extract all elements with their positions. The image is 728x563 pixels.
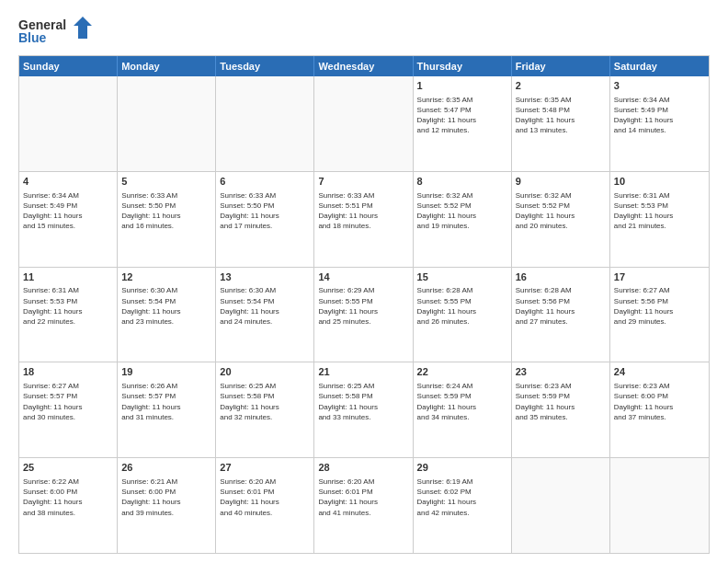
- calendar-row-3: 18Sunrise: 6:27 AM Sunset: 5:57 PM Dayli…: [19, 362, 709, 457]
- calendar-cell-4: 4Sunrise: 6:34 AM Sunset: 5:49 PM Daylig…: [19, 172, 118, 267]
- calendar-cell-9: 9Sunrise: 6:32 AM Sunset: 5:52 PM Daylig…: [512, 172, 610, 267]
- cell-info: Sunrise: 6:34 AM Sunset: 5:49 PM Dayligh…: [23, 190, 113, 232]
- header-day-monday: Monday: [118, 56, 216, 76]
- day-number: 19: [121, 365, 211, 379]
- calendar-cell-8: 8Sunrise: 6:32 AM Sunset: 5:52 PM Daylig…: [414, 172, 512, 267]
- day-number: 20: [220, 365, 310, 379]
- day-number: 3: [614, 79, 705, 93]
- day-number: 16: [516, 270, 606, 284]
- svg-marker-2: [74, 17, 92, 39]
- day-number: 21: [318, 365, 408, 379]
- cell-info: Sunrise: 6:24 AM Sunset: 5:59 PM Dayligh…: [417, 381, 507, 422]
- page: General Blue SundayMondayTuesdayWednesda…: [0, 0, 728, 563]
- day-number: 2: [516, 79, 606, 93]
- cell-info: Sunrise: 6:20 AM Sunset: 6:01 PM Dayligh…: [220, 477, 310, 518]
- day-number: 23: [516, 365, 606, 379]
- day-number: 18: [23, 365, 113, 379]
- header-day-sunday: Sunday: [19, 56, 118, 76]
- day-number: 1: [417, 79, 507, 93]
- day-number: 15: [417, 270, 507, 284]
- day-number: 6: [220, 175, 310, 189]
- calendar-cell-empty-0-1: [118, 76, 216, 171]
- calendar-cell-19: 19Sunrise: 6:26 AM Sunset: 5:57 PM Dayli…: [118, 362, 216, 457]
- calendar-cell-6: 6Sunrise: 6:33 AM Sunset: 5:50 PM Daylig…: [216, 172, 314, 267]
- calendar-cell-13: 13Sunrise: 6:30 AM Sunset: 5:54 PM Dayli…: [216, 268, 314, 362]
- day-number: 27: [220, 461, 310, 475]
- calendar-cell-24: 24Sunrise: 6:23 AM Sunset: 6:00 PM Dayli…: [610, 362, 709, 457]
- day-number: 12: [121, 270, 211, 284]
- cell-info: Sunrise: 6:33 AM Sunset: 5:51 PM Dayligh…: [318, 190, 408, 232]
- cell-info: Sunrise: 6:22 AM Sunset: 6:00 PM Dayligh…: [23, 477, 113, 518]
- day-number: 14: [318, 270, 408, 284]
- calendar-cell-25: 25Sunrise: 6:22 AM Sunset: 6:00 PM Dayli…: [19, 458, 118, 553]
- calendar-cell-empty-4-5: [512, 458, 610, 553]
- header-day-wednesday: Wednesday: [314, 56, 413, 76]
- day-number: 11: [23, 270, 113, 284]
- calendar-cell-18: 18Sunrise: 6:27 AM Sunset: 5:57 PM Dayli…: [19, 362, 118, 457]
- cell-info: Sunrise: 6:21 AM Sunset: 6:00 PM Dayligh…: [121, 477, 211, 518]
- day-number: 8: [417, 175, 507, 189]
- calendar-row-2: 11Sunrise: 6:31 AM Sunset: 5:53 PM Dayli…: [19, 267, 709, 362]
- day-number: 5: [121, 175, 211, 189]
- calendar-cell-20: 20Sunrise: 6:25 AM Sunset: 5:58 PM Dayli…: [216, 362, 314, 457]
- day-number: 4: [23, 175, 113, 189]
- cell-info: Sunrise: 6:20 AM Sunset: 6:01 PM Dayligh…: [318, 477, 408, 518]
- header: General Blue: [18, 15, 710, 48]
- day-number: 10: [614, 175, 705, 189]
- cell-info: Sunrise: 6:30 AM Sunset: 5:54 PM Dayligh…: [220, 285, 310, 327]
- calendar-cell-26: 26Sunrise: 6:21 AM Sunset: 6:00 PM Dayli…: [118, 458, 216, 553]
- day-number: 13: [220, 270, 310, 284]
- calendar-cell-22: 22Sunrise: 6:24 AM Sunset: 5:59 PM Dayli…: [414, 362, 512, 457]
- cell-info: Sunrise: 6:33 AM Sunset: 5:50 PM Dayligh…: [220, 190, 310, 232]
- calendar-cell-15: 15Sunrise: 6:28 AM Sunset: 5:55 PM Dayli…: [414, 268, 512, 362]
- cell-info: Sunrise: 6:28 AM Sunset: 5:55 PM Dayligh…: [417, 285, 507, 327]
- calendar-cell-7: 7Sunrise: 6:33 AM Sunset: 5:51 PM Daylig…: [314, 172, 413, 267]
- calendar-cell-1: 1Sunrise: 6:35 AM Sunset: 5:47 PM Daylig…: [414, 76, 512, 171]
- cell-info: Sunrise: 6:19 AM Sunset: 6:02 PM Dayligh…: [417, 477, 507, 518]
- calendar-row-0: 1Sunrise: 6:35 AM Sunset: 5:47 PM Daylig…: [19, 76, 709, 171]
- cell-info: Sunrise: 6:23 AM Sunset: 5:59 PM Dayligh…: [516, 381, 606, 422]
- calendar-cell-5: 5Sunrise: 6:33 AM Sunset: 5:50 PM Daylig…: [118, 172, 216, 267]
- header-day-tuesday: Tuesday: [216, 56, 314, 76]
- calendar-cell-empty-4-6: [610, 458, 709, 553]
- calendar-cell-empty-0-3: [314, 76, 413, 171]
- cell-info: Sunrise: 6:27 AM Sunset: 5:57 PM Dayligh…: [23, 381, 113, 422]
- day-number: 22: [417, 365, 507, 379]
- cell-info: Sunrise: 6:28 AM Sunset: 5:56 PM Dayligh…: [516, 285, 606, 327]
- calendar-cell-23: 23Sunrise: 6:23 AM Sunset: 5:59 PM Dayli…: [512, 362, 610, 457]
- calendar-body: 1Sunrise: 6:35 AM Sunset: 5:47 PM Daylig…: [19, 76, 709, 553]
- calendar-cell-17: 17Sunrise: 6:27 AM Sunset: 5:56 PM Dayli…: [610, 268, 709, 362]
- calendar-cell-empty-0-2: [216, 76, 314, 171]
- calendar-cell-empty-0-0: [19, 76, 118, 171]
- cell-info: Sunrise: 6:34 AM Sunset: 5:49 PM Dayligh…: [614, 95, 705, 136]
- cell-info: Sunrise: 6:31 AM Sunset: 5:53 PM Dayligh…: [23, 285, 113, 327]
- day-number: 24: [614, 365, 705, 379]
- calendar-cell-2: 2Sunrise: 6:35 AM Sunset: 5:48 PM Daylig…: [512, 76, 610, 171]
- calendar-cell-21: 21Sunrise: 6:25 AM Sunset: 5:58 PM Dayli…: [314, 362, 413, 457]
- calendar-header: SundayMondayTuesdayWednesdayThursdayFrid…: [19, 56, 709, 76]
- cell-info: Sunrise: 6:33 AM Sunset: 5:50 PM Dayligh…: [121, 190, 211, 232]
- header-day-saturday: Saturday: [610, 56, 709, 76]
- calendar-cell-3: 3Sunrise: 6:34 AM Sunset: 5:49 PM Daylig…: [610, 76, 709, 171]
- header-day-friday: Friday: [512, 56, 610, 76]
- day-number: 29: [417, 461, 507, 475]
- cell-info: Sunrise: 6:29 AM Sunset: 5:55 PM Dayligh…: [318, 285, 408, 327]
- day-number: 28: [318, 461, 408, 475]
- cell-info: Sunrise: 6:32 AM Sunset: 5:52 PM Dayligh…: [417, 190, 507, 232]
- cell-info: Sunrise: 6:23 AM Sunset: 6:00 PM Dayligh…: [614, 381, 705, 422]
- day-number: 17: [614, 270, 705, 284]
- cell-info: Sunrise: 6:25 AM Sunset: 5:58 PM Dayligh…: [318, 381, 408, 422]
- cell-info: Sunrise: 6:25 AM Sunset: 5:58 PM Dayligh…: [220, 381, 310, 422]
- cell-info: Sunrise: 6:31 AM Sunset: 5:53 PM Dayligh…: [614, 190, 705, 232]
- day-number: 7: [318, 175, 408, 189]
- calendar-cell-16: 16Sunrise: 6:28 AM Sunset: 5:56 PM Dayli…: [512, 268, 610, 362]
- logo-svg: General Blue: [18, 15, 92, 48]
- calendar-cell-12: 12Sunrise: 6:30 AM Sunset: 5:54 PM Dayli…: [118, 268, 216, 362]
- calendar-cell-11: 11Sunrise: 6:31 AM Sunset: 5:53 PM Dayli…: [19, 268, 118, 362]
- day-number: 25: [23, 461, 113, 475]
- cell-info: Sunrise: 6:35 AM Sunset: 5:47 PM Dayligh…: [417, 95, 507, 136]
- day-number: 9: [516, 175, 606, 189]
- header-day-thursday: Thursday: [414, 56, 512, 76]
- calendar-cell-10: 10Sunrise: 6:31 AM Sunset: 5:53 PM Dayli…: [610, 172, 709, 267]
- cell-info: Sunrise: 6:27 AM Sunset: 5:56 PM Dayligh…: [614, 285, 705, 327]
